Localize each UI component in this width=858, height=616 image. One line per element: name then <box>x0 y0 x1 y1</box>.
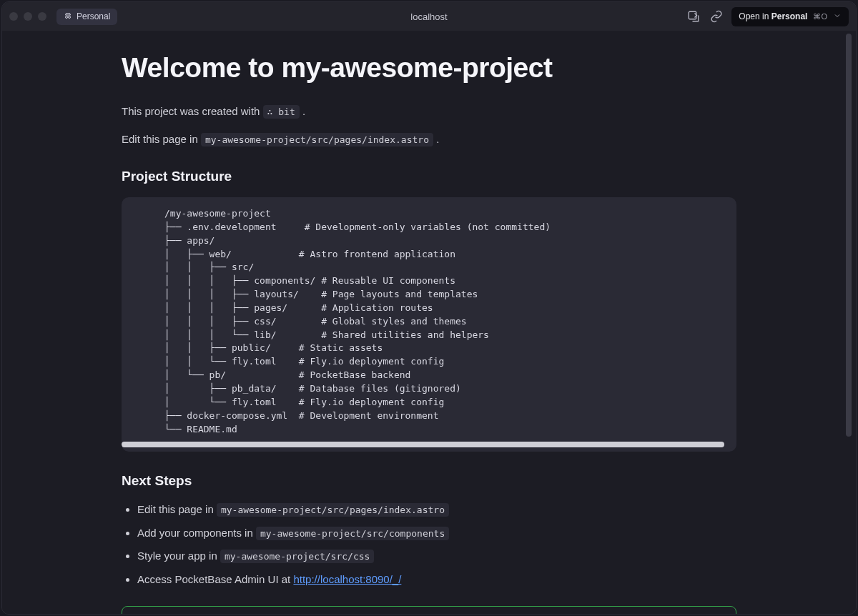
vertical-scrollbar[interactable] <box>846 34 852 610</box>
inline-code: ∴ bit <box>263 105 300 119</box>
project-tree-codeblock: /my-awesome-project ├── .env.development… <box>122 197 736 452</box>
codeblock-scrollbar-thumb[interactable] <box>122 442 724 447</box>
address-bar-url[interactable]: localhost <box>410 11 447 22</box>
inline-code: my-awesome-project/src/pages/index.astro <box>201 133 433 146</box>
incognito-icon <box>64 11 72 22</box>
profile-label: Personal <box>77 11 110 21</box>
open-in-label: Open in Personal <box>739 11 807 21</box>
browser-window: Personal localhost Open in Personal ⌘O W… <box>1 1 857 615</box>
maximize-window-button[interactable] <box>38 12 46 21</box>
structure-heading: Project Structure <box>122 169 736 184</box>
list-item: Edit this page in my-awesome-project/src… <box>137 502 736 518</box>
page-title: Welcome to my-awesome-project <box>122 52 736 84</box>
titlebar-right: Open in Personal ⌘O <box>686 7 849 26</box>
link-icon[interactable] <box>709 9 724 24</box>
inline-code: my-awesome-project/src/components <box>256 527 449 540</box>
svg-rect-2 <box>689 11 697 19</box>
next-steps-heading: Next Steps <box>122 473 736 489</box>
vertical-scrollbar-thumb[interactable] <box>846 34 852 437</box>
project-tree: /my-awesome-project ├── .env.development… <box>122 207 736 436</box>
svg-point-0 <box>66 16 68 18</box>
edit-paragraph: Edit this page in my-awesome-project/src… <box>122 131 736 148</box>
close-window-button[interactable] <box>9 12 18 21</box>
titlebar: Personal localhost Open in Personal ⌘O <box>2 2 856 31</box>
open-in-personal-button[interactable]: Open in Personal ⌘O <box>731 7 849 26</box>
svg-point-1 <box>69 16 71 18</box>
inline-code: my-awesome-project/src/css <box>220 550 375 563</box>
chevron-down-icon[interactable] <box>833 11 842 22</box>
list-item: Access PocketBase Admin UI at http://loc… <box>137 572 736 588</box>
connection-status-box: HTTP 200 ∴ Successfully connected to Poc… <box>122 606 736 614</box>
codeblock-scrollbar[interactable] <box>122 440 736 449</box>
list-item: Add your components in my-awesome-projec… <box>137 525 736 542</box>
inline-code: my-awesome-project/src/pages/index.astro <box>217 503 449 517</box>
enter-icon[interactable] <box>686 9 701 24</box>
next-steps-list: Edit this page in my-awesome-project/src… <box>122 502 736 587</box>
page-content: Welcome to my-awesome-project This proje… <box>122 31 736 614</box>
intro-paragraph: This project was created with ∴ bit . <box>122 104 736 120</box>
pocketbase-admin-link[interactable]: http://localhost:8090/_/ <box>293 573 401 585</box>
profile-pill[interactable]: Personal <box>56 9 117 25</box>
traffic-lights <box>9 12 46 21</box>
shortcut-label: ⌘O <box>813 12 827 21</box>
content-scroll-area[interactable]: Welcome to my-awesome-project This proje… <box>2 31 856 614</box>
list-item: Style your app in my-awesome-project/src… <box>137 548 736 565</box>
minimize-window-button[interactable] <box>24 12 32 21</box>
